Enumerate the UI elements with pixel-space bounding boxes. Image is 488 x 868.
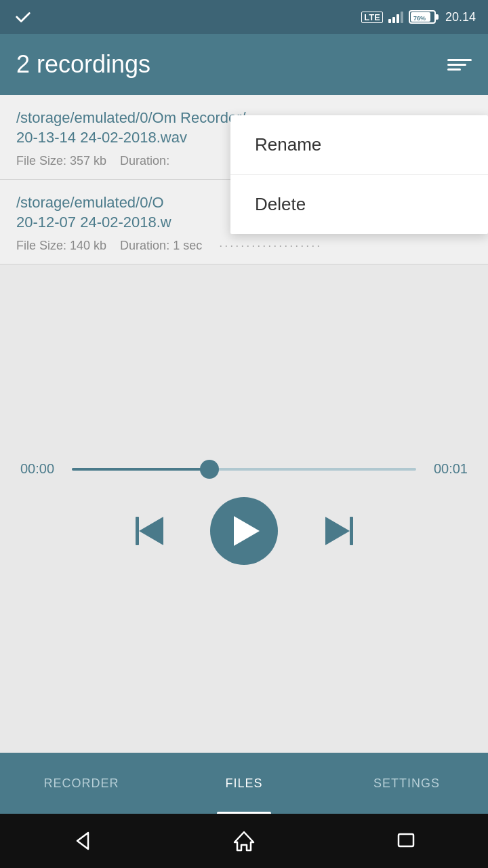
progress-thumb[interactable] — [200, 460, 219, 479]
tab-settings[interactable]: SETTINGS — [325, 753, 488, 814]
time-end: 00:01 — [427, 461, 468, 477]
next-button[interactable] — [319, 511, 359, 551]
recording-meta-2: File Size: 140 kb Duration: 1 sec ······… — [16, 239, 472, 264]
signal-icon — [388, 11, 403, 23]
time-start: 00:00 — [20, 461, 61, 477]
waveform-area — [0, 264, 488, 461]
skip-prev-icon — [136, 517, 163, 545]
play-icon — [234, 516, 260, 546]
skip-next-icon — [325, 517, 353, 545]
play-button[interactable] — [210, 497, 278, 565]
progress-fill — [72, 468, 209, 471]
lte-indicator: LTE — [361, 12, 383, 23]
controls-row — [20, 497, 468, 565]
svg-marker-4 — [77, 833, 88, 849]
player-section: 00:00 00:01 — [0, 461, 488, 578]
svg-marker-5 — [235, 832, 253, 850]
rename-option[interactable]: Rename — [230, 115, 488, 174]
svg-rect-6 — [399, 834, 413, 846]
battery-icon: 76% — [409, 9, 440, 24]
svg-text:76%: 76% — [413, 15, 426, 22]
tab-recorder[interactable]: RECORDER — [0, 753, 163, 814]
home-button[interactable] — [224, 821, 264, 861]
nav-bar — [0, 814, 488, 868]
back-button[interactable] — [61, 821, 102, 861]
sort-button[interactable] — [447, 59, 472, 71]
bottom-tabs: RECORDER FILES SETTINGS — [0, 753, 488, 814]
app-header: 2 recordings — [0, 34, 488, 95]
page-title: 2 recordings — [16, 50, 150, 79]
delete-option[interactable]: Delete — [230, 175, 488, 234]
status-bar: LTE 76% 20.14 — [0, 0, 488, 34]
recent-apps-button[interactable] — [386, 821, 427, 861]
context-menu: Rename Delete — [230, 115, 488, 234]
svg-rect-2 — [435, 14, 439, 20]
time-display: 20.14 — [445, 10, 476, 24]
app-icon — [12, 6, 34, 28]
tab-files[interactable]: FILES — [163, 753, 325, 814]
progress-row: 00:00 00:01 — [20, 461, 468, 477]
progress-track[interactable] — [72, 468, 416, 471]
prev-button[interactable] — [129, 511, 169, 551]
